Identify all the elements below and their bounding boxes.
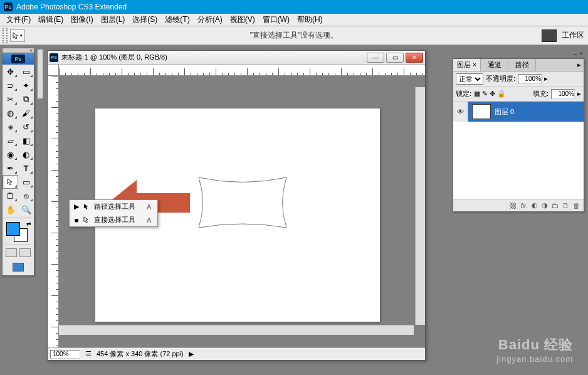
workspace-label[interactable]: 工作区 — [562, 30, 584, 41]
crop-tool[interactable]: ✂ — [3, 92, 18, 106]
document-titlebar[interactable]: Ps 未标题-1 @ 100% (图层 0, RGB/8) — ▭ ✕ — [48, 51, 425, 65]
layer-style-icon[interactable]: fx. — [520, 202, 528, 209]
menu-file[interactable]: 文件(F) — [3, 13, 34, 26]
lasso-tool[interactable]: ⊃ — [3, 78, 18, 92]
fill-field[interactable] — [551, 89, 575, 99]
horizontal-ruler[interactable] — [59, 65, 425, 76]
ruler-origin[interactable] — [48, 65, 59, 76]
blur-tool[interactable]: ◉ — [3, 147, 18, 161]
menu-layer[interactable]: 图层(L) — [97, 13, 129, 26]
fill-label: 填充: — [533, 89, 549, 98]
dodge-tool[interactable]: ◐ — [18, 147, 34, 161]
maximize-button[interactable]: ▭ — [386, 53, 404, 63]
palette-collapse-icon[interactable]: « — [30, 48, 33, 53]
swap-colors-icon[interactable]: ⇄ — [26, 221, 31, 227]
blend-mode-select[interactable]: 正常 — [456, 73, 483, 85]
lock-transparency-icon[interactable]: ▦ — [474, 90, 480, 98]
heal-tool[interactable]: ◍ — [3, 106, 18, 120]
eraser-tool[interactable]: ▱ — [3, 134, 18, 147]
layers-panel-footer: ⛓ fx. ◐ ◑ 🗀 🗋 🗑 — [453, 199, 584, 211]
app-title: Adobe Photoshop CS3 Extended — [16, 3, 127, 11]
lock-label: 锁定: — [456, 89, 471, 98]
navigator-collapsed-strip[interactable] — [37, 49, 43, 99]
stamp-tool[interactable]: ⎈ — [3, 120, 18, 134]
flyout-direct-selection[interactable]: ■ 直接选择工具 A — [70, 213, 157, 226]
history-brush-tool[interactable]: ↺ — [18, 120, 34, 134]
menu-edit[interactable]: 编辑(E) — [34, 13, 67, 26]
visibility-icon[interactable]: 👁 — [453, 102, 468, 122]
vertical-scrollbar[interactable] — [415, 87, 425, 325]
new-layer-icon[interactable]: 🗋 — [562, 202, 569, 209]
zoom-field[interactable]: 100% — [50, 350, 80, 359]
layer-thumbnail[interactable] — [472, 104, 491, 119]
panel-close-icon[interactable]: × — [579, 50, 583, 57]
menu-image[interactable]: 图像(I) — [67, 13, 97, 26]
lock-fill-row: 锁定: ▦ ✎ ✥ 🔒 填充: ▸ — [453, 87, 584, 102]
adjustment-layer-icon[interactable]: ◑ — [542, 201, 548, 209]
flyout-item-label: 直接选择工具 — [94, 215, 135, 224]
fill-flyout-icon[interactable]: ▸ — [577, 90, 581, 98]
tool-palette: Ps ✥ ▭ ⊃ ✦ ✂ ⧉ ◍ 🖌 ⎈ ↺ ▱ ◧ ◉ ◐ ✒ T ▭ 🗒 ⎋… — [2, 53, 34, 276]
brush-tool[interactable]: 🖌 — [18, 106, 34, 120]
shape-tool[interactable]: ▭ — [18, 175, 34, 189]
delete-layer-icon[interactable]: 🗑 — [573, 202, 580, 209]
flyout-path-selection[interactable]: ▶ 路径选择工具 A — [70, 200, 157, 213]
slice-tool[interactable]: ⧉ — [18, 92, 34, 106]
tool-palette-header[interactable]: Ps — [3, 53, 34, 65]
opacity-flyout-icon[interactable]: ▸ — [544, 75, 548, 83]
tab-paths[interactable]: 路径 — [508, 59, 536, 71]
type-tool[interactable]: T — [18, 161, 34, 175]
tool-flyout-menu: ▶ 路径选择工具 A ■ 直接选择工具 A — [69, 199, 158, 227]
path-shape[interactable] — [196, 171, 290, 234]
menu-filter[interactable]: 滤镜(T) — [161, 13, 193, 26]
minimize-button[interactable]: — — [367, 53, 384, 63]
menu-window[interactable]: 窗口(W) — [259, 13, 293, 26]
move-tool[interactable]: ✥ — [3, 65, 18, 78]
options-bar: ▾ "直接选择工具"没有选项。 工作区 — [0, 26, 588, 45]
flyout-shortcut: A — [139, 216, 151, 224]
layer-group-icon[interactable]: 🗀 — [552, 202, 559, 209]
zoom-tool[interactable]: 🔍 — [18, 203, 34, 216]
menu-select[interactable]: 选择(S) — [129, 13, 161, 26]
notes-tool[interactable]: 🗒 — [3, 189, 18, 203]
menu-view[interactable]: 视图(V) — [226, 13, 259, 26]
status-icon[interactable]: ☰ — [85, 350, 92, 358]
flyout-marker-icon: ▶ — [73, 203, 80, 211]
ps-logo-icon: Ps — [11, 55, 25, 63]
menu-analysis[interactable]: 分析(A) — [194, 13, 226, 26]
layer-mask-icon[interactable]: ◐ — [532, 201, 538, 209]
go-to-bridge-button[interactable] — [542, 29, 557, 42]
eyedropper-tool[interactable]: ⎋ — [18, 189, 34, 203]
close-button[interactable]: ✕ — [406, 53, 423, 63]
options-message: "直接选择工具"没有选项。 — [250, 30, 339, 41]
foreground-color-swatch[interactable] — [6, 222, 20, 236]
layer-name[interactable]: 图层 0 — [495, 107, 514, 117]
doc-icon: Ps — [50, 53, 58, 62]
pen-tool[interactable]: ✒ — [3, 161, 18, 175]
layer-row[interactable]: 👁 图层 0 — [453, 102, 584, 122]
screen-mode-button[interactable] — [13, 263, 24, 272]
horizontal-scrollbar[interactable] — [59, 325, 414, 335]
standard-mode-button[interactable] — [6, 248, 17, 257]
lock-pixels-icon[interactable]: ✎ — [482, 90, 488, 98]
opacity-field[interactable] — [518, 74, 542, 84]
vertical-ruler[interactable] — [48, 76, 59, 347]
color-swatches[interactable]: ⇄ — [3, 219, 34, 243]
options-grip[interactable] — [3, 28, 8, 43]
quickmask-mode-button[interactable] — [19, 248, 31, 257]
lock-all-icon[interactable]: 🔒 — [497, 90, 506, 98]
status-arrow-icon[interactable]: ▶ — [189, 350, 194, 358]
current-tool-icon[interactable]: ▾ — [10, 29, 25, 42]
hand-tool[interactable]: ✋ — [3, 203, 18, 216]
marquee-tool[interactable]: ▭ — [18, 65, 34, 78]
gradient-tool[interactable]: ◧ — [18, 134, 34, 147]
path-selection-tool[interactable] — [3, 175, 18, 189]
tab-layers[interactable]: 图层 × — [453, 59, 481, 71]
wand-tool[interactable]: ✦ — [18, 78, 34, 92]
menu-help[interactable]: 帮助(H) — [293, 13, 327, 26]
link-layers-icon[interactable]: ⛓ — [510, 202, 517, 209]
panel-minimize-icon[interactable]: – — [574, 50, 577, 57]
lock-position-icon[interactable]: ✥ — [490, 90, 495, 98]
panel-menu-icon[interactable]: ▸ — [575, 59, 584, 71]
tab-channels[interactable]: 通道 — [481, 59, 508, 71]
